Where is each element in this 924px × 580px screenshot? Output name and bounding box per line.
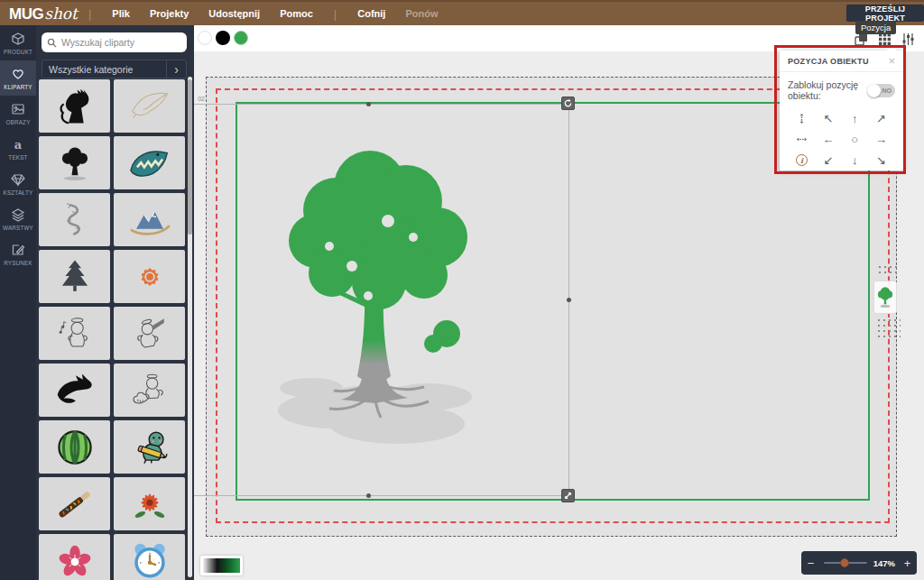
category-dropdown[interactable]: Wszystkie kategorie ›	[42, 60, 187, 78]
move-right-button[interactable]: →	[868, 129, 894, 150]
recent-color-green[interactable]	[234, 31, 248, 45]
clipart-tile-angel-trumpet[interactable]	[114, 307, 185, 360]
center-object-button[interactable]: ○	[842, 129, 868, 150]
clipart-tile-cherry-blossom[interactable]	[39, 534, 110, 580]
menu-pomoc[interactable]: Pomoc	[280, 8, 313, 19]
rotate-icon	[563, 98, 573, 108]
selection-midpoint-top[interactable]	[366, 102, 371, 106]
menu-projekty[interactable]: Projekty	[150, 8, 189, 19]
sidebar-item-tekst[interactable]: a TEKST	[0, 131, 36, 166]
move-up-button[interactable]: ↑	[842, 108, 868, 129]
angel-cloud-clipart	[125, 371, 174, 410]
adjust-sliders-icon[interactable]	[901, 32, 916, 47]
sidebar-item-label: TEKST	[8, 154, 27, 161]
recent-color-white[interactable]	[198, 31, 212, 45]
app-window: MUG shot | Plik Projekty Udostępnij Pomo…	[0, 0, 924, 580]
clipart-tile-orange-flower[interactable]	[114, 250, 185, 303]
submit-project-button[interactable]: PRZEŚLIJ PROJEKT	[846, 5, 924, 22]
selected-tree-object[interactable]	[262, 131, 487, 456]
used-colors-gradient-swatch[interactable]	[200, 556, 243, 575]
zoom-level-value: 147%	[871, 558, 898, 568]
dragon-head-clipart	[51, 371, 99, 410]
sidebar-item-obrazy[interactable]: OBRAZY	[0, 96, 36, 131]
move-down-left-button[interactable]: ↙	[815, 150, 841, 170]
tools-sidebar: PRODUKT KLIPARTY OBRAZY a TEKST KSZTAŁTY…	[0, 25, 36, 580]
toggle-state-label: NO	[882, 87, 892, 94]
clipart-tile-alarm-clock[interactable]	[114, 534, 185, 580]
undo-button[interactable]: Cofnij	[357, 8, 385, 19]
clipart-tile-dino-with-pencil[interactable]	[114, 420, 185, 474]
selection-midpoint-right[interactable]	[567, 298, 571, 302]
sidebar-item-rysunek[interactable]: RYSUNEK	[0, 236, 36, 272]
selection-bottom-edge	[194, 495, 568, 496]
clipart-tile-eagle-sketch[interactable]	[114, 79, 185, 133]
clipart-scrollbar-track[interactable]	[188, 77, 192, 577]
mini-object-thumbnail[interactable]	[873, 281, 897, 314]
align-vertical-icon	[796, 113, 808, 124]
clipart-search-input[interactable]	[61, 37, 179, 48]
clipart-scrollbar-thumb[interactable]	[188, 79, 192, 235]
heraldic-lion-clipart	[51, 87, 99, 126]
logo-part-2: shot	[44, 5, 78, 23]
heart-icon	[11, 67, 25, 81]
clipart-tile-pine-tree[interactable]	[39, 250, 110, 303]
sidebar-item-ksztalty[interactable]: KSZTAŁTY	[0, 166, 36, 201]
sidebar-item-kliparty[interactable]: KLIPARTY	[0, 60, 36, 96]
selection-midpoint-bottom[interactable]	[366, 493, 371, 498]
align-center-vertical-button[interactable]	[789, 108, 815, 129]
clipart-tile-shark-head[interactable]	[114, 136, 185, 189]
canvas-toolbar	[194, 25, 924, 51]
orange-flower-clipart	[125, 257, 174, 297]
clipart-tile-angel-cloud[interactable]	[114, 364, 185, 417]
clipart-tile-mountain-logo[interactable]	[114, 193, 185, 246]
recent-color-black[interactable]	[216, 31, 230, 45]
rotate-handle[interactable]	[561, 97, 575, 110]
ruler-guide-label: 02	[194, 96, 205, 102]
menu-udostepnij[interactable]: Udostępnij	[208, 8, 260, 19]
position-info-button[interactable]: i	[789, 150, 815, 170]
zoom-out-button[interactable]: −	[801, 557, 820, 570]
product-cube-icon	[11, 32, 25, 46]
resize-handle[interactable]	[561, 489, 575, 502]
app-logo: MUG shot	[9, 5, 78, 23]
eagle-sketch-clipart	[125, 87, 174, 126]
chevron-right-icon[interactable]: ›	[166, 60, 186, 78]
clipart-tile-watermelon[interactable]	[39, 420, 110, 474]
move-left-button[interactable]: ←	[815, 129, 841, 150]
text-icon: a	[11, 137, 25, 152]
sidebar-item-warstwy[interactable]: WARSTWY	[0, 201, 36, 236]
logo-part-1: MUG	[9, 5, 43, 23]
sidebar-item-label: KLIPARTY	[4, 84, 32, 90]
menu-plik[interactable]: Plik	[112, 8, 130, 19]
search-icon	[47, 38, 57, 48]
move-down-right-button[interactable]: ↘	[868, 150, 894, 170]
dino-with-pencil-clipart	[125, 428, 174, 467]
close-icon[interactable]: ×	[888, 57, 895, 66]
sidebar-item-produkt[interactable]: PRODUKT	[0, 25, 36, 60]
sidebar-item-label: OBRAZY	[5, 119, 30, 125]
lock-position-toggle[interactable]: NO	[867, 84, 895, 97]
move-down-button[interactable]: ↓	[842, 150, 868, 170]
zoom-slider-knob[interactable]	[840, 558, 849, 567]
panel-title: POZYCJA OBIEKTU	[788, 57, 888, 66]
zoom-slider-track[interactable]	[824, 562, 867, 564]
align-center-horizontal-button[interactable]	[789, 129, 815, 150]
clipart-tile-dragon-head[interactable]	[39, 364, 110, 417]
lock-position-label: Zablokuj pozycję obiektu:	[788, 79, 867, 101]
position-buttons-grid: ↖ ↑ ↗ ← ○ → i ↙ ↓ ↘	[780, 105, 903, 176]
move-up-left-button[interactable]: ↖	[815, 108, 841, 129]
image-icon	[11, 102, 25, 116]
tree-silhouette-clipart	[51, 143, 99, 183]
sidebar-item-label: WARSTWY	[3, 225, 33, 231]
clipart-tile-chinese-dragon[interactable]	[39, 193, 110, 246]
clipart-tile-chocolate-stick[interactable]	[39, 477, 110, 530]
redo-button[interactable]: Ponów	[405, 8, 438, 19]
cherry-blossom-clipart	[51, 541, 99, 580]
clipart-tile-red-flower[interactable]	[114, 477, 185, 530]
clipart-tile-heraldic-lion[interactable]	[39, 79, 110, 133]
move-up-right-button[interactable]: ↗	[868, 108, 894, 129]
zoom-in-button[interactable]: +	[898, 557, 917, 570]
clipart-tile-angel-singing[interactable]	[39, 307, 110, 360]
chinese-dragon-clipart	[51, 200, 99, 240]
clipart-tile-tree-silhouette[interactable]	[39, 136, 110, 189]
